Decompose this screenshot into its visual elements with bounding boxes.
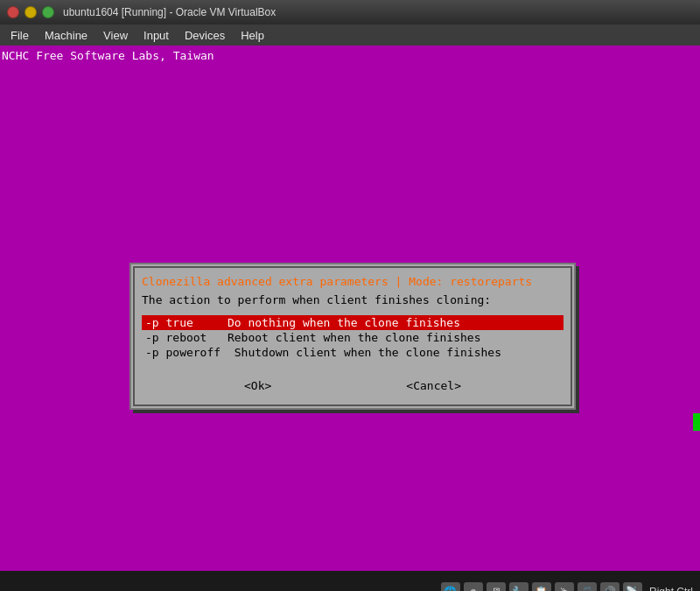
option-item-0[interactable]: -p true Do nothing when the clone finish… — [142, 315, 564, 330]
option-item-1[interactable]: -p reboot Reboot client when the clone f… — [142, 330, 564, 345]
dialog-inner: Clonezilla advanced extra parameters | M… — [133, 266, 572, 406]
taskbar-icon-5[interactable]: 🖱 — [555, 582, 574, 592]
minimize-button[interactable] — [24, 6, 37, 18]
vm-screen: NCHC Free Software Labs, Taiwan Clonezil… — [0, 46, 700, 571]
taskbar-icon-1[interactable]: ⚙ — [464, 582, 483, 592]
options-list: -p true Do nothing when the clone finish… — [142, 315, 564, 360]
taskbar-icon-0[interactable]: 🌐 — [441, 582, 460, 592]
dialog-buttons: <Ok> <Cancel> — [142, 374, 564, 398]
menu-help[interactable]: Help — [234, 27, 271, 44]
cancel-button[interactable]: <Cancel> — [399, 377, 468, 394]
taskbar-icon-4[interactable]: 📋 — [532, 582, 551, 592]
menu-machine[interactable]: Machine — [38, 27, 94, 44]
taskbar-icon-3[interactable]: 🔧 — [509, 582, 528, 592]
dialog-box: Clonezilla advanced extra parameters | M… — [130, 263, 576, 410]
taskbar-icon-8[interactable]: 📡 — [623, 582, 642, 592]
ok-button[interactable]: <Ok> — [237, 377, 278, 394]
window-title: ubuntu1604 [Running] - Oracle VM Virtual… — [63, 6, 276, 18]
taskbar-icon-6[interactable]: 🎵 — [578, 582, 597, 592]
dialog-subtitle: The action to perform when client finish… — [142, 293, 564, 306]
menu-devices[interactable]: Devices — [178, 27, 232, 44]
close-button[interactable] — [7, 6, 19, 18]
taskbar-icon-2[interactable]: 🖥 — [486, 582, 506, 592]
option-item-2[interactable]: -p poweroff Shutdown client when the clo… — [142, 345, 564, 360]
nchc-text: NCHC Free Software Labs, Taiwan — [2, 49, 214, 62]
taskbar: 🌐 ⚙ 🖥 🔧 📋 🖱 🎵 🔊 📡 Right Ctrl — [0, 571, 700, 591]
dialog-title: Clonezilla advanced extra parameters | M… — [142, 275, 564, 288]
menubar: File Machine View Input Devices Help — [0, 25, 700, 46]
titlebar: ubuntu1604 [Running] - Oracle VM Virtual… — [0, 0, 700, 25]
menu-file[interactable]: File — [4, 27, 36, 44]
maximize-button[interactable] — [42, 6, 54, 18]
menu-input[interactable]: Input — [136, 27, 176, 44]
taskbar-icon-7[interactable]: 🔊 — [600, 582, 620, 592]
green-indicator — [693, 413, 700, 431]
right-ctrl-label: Right Ctrl — [649, 586, 693, 592]
menu-view[interactable]: View — [96, 27, 135, 44]
